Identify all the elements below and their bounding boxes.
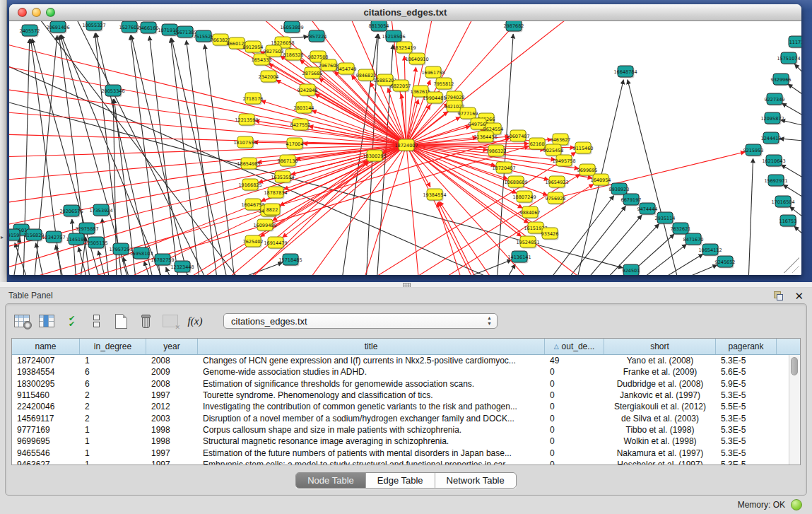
graph-node[interactable]: 18325419 <box>392 42 416 54</box>
graph-node[interactable]: 15218506 <box>382 30 405 43</box>
graph-node[interactable]: 16053809 <box>280 21 303 34</box>
table-row[interactable]: 1872400712008Changes of HCN gene express… <box>12 355 800 366</box>
delete-column-button[interactable] <box>136 312 155 330</box>
graph-node[interactable]: 8427552 <box>290 119 311 132</box>
graph-node[interactable]: 18787834 <box>264 187 287 199</box>
collapsed-panel-strip[interactable]: ▸ <box>0 0 7 282</box>
graph-node[interactable]: 2935114 <box>655 212 676 225</box>
table-row[interactable]: 1830029562008Estimation of significance … <box>12 378 800 390</box>
graph-edge[interactable] <box>364 152 576 275</box>
graph-edge[interactable] <box>9 65 406 145</box>
graph-node[interactable]: 7625402 <box>243 235 264 248</box>
table-row[interactable]: 2242004622012Investigating the contribut… <box>12 401 800 412</box>
graph-node[interactable]: 10688609 <box>504 176 527 189</box>
graph-edge[interactable] <box>172 38 228 275</box>
graph-node[interactable]: 9227349 <box>765 93 785 106</box>
graph-node[interactable]: 19166825 <box>238 179 261 192</box>
graph-node[interactable]: 924501 <box>623 264 640 275</box>
graph-node[interactable]: 1527602 <box>119 21 140 34</box>
graph-node[interactable]: 8186328 <box>283 49 304 62</box>
table-options-button[interactable] <box>13 312 31 330</box>
graph-edge[interactable] <box>187 274 193 275</box>
column-header-year[interactable]: year <box>146 339 198 354</box>
float-panel-icon[interactable] <box>774 291 783 300</box>
graph-node[interactable]: 417004 <box>286 138 304 151</box>
graph-node[interactable]: 8215953 <box>743 144 764 157</box>
graph-edge[interactable] <box>779 139 801 141</box>
graph-node[interactable]: 15751074 <box>777 52 800 65</box>
graph-node[interactable]: 12213599 <box>235 114 258 127</box>
graph-node[interactable]: 16210643 <box>762 155 785 168</box>
graph-node[interactable]: 9867130 <box>278 155 298 168</box>
graph-node[interactable]: 17353924 <box>89 204 112 217</box>
graph-node[interactable]: 116753 <box>779 215 797 228</box>
graph-edge[interactable] <box>9 134 406 145</box>
scrollbar-thumb[interactable] <box>791 357 798 375</box>
graph-node[interactable]: 15692971 <box>764 175 787 187</box>
graph-edge[interactable] <box>9 42 406 145</box>
vertical-scrollbar[interactable] <box>789 355 800 465</box>
graph-node[interactable]: 10607487 <box>506 130 529 143</box>
column-header-pagerank[interactable]: pagerank <box>716 339 777 354</box>
graph-node[interactable]: 9115460 <box>573 142 594 155</box>
network-window-titlebar[interactable]: citations_edges.txt <box>9 4 801 21</box>
graph-node[interactable]: 9329966 <box>771 74 792 86</box>
graph-node[interactable]: 8454749 <box>336 63 357 76</box>
graph-node[interactable]: 2987682 <box>504 21 524 33</box>
table-row[interactable]: 969969511998Structural magnetic resonanc… <box>12 436 800 447</box>
graph-node[interactable]: 1156829 <box>24 229 45 242</box>
network-canvas[interactable]: 2405572206914061005532715276028466160107… <box>9 21 801 275</box>
graph-edge[interactable] <box>748 158 753 275</box>
graph-node[interactable]: 18640910 <box>405 53 428 66</box>
graph-node[interactable]: 2405572 <box>20 25 40 37</box>
graph-node[interactable]: 7986322 <box>486 145 507 158</box>
graph-node[interactable]: 16914479 <box>264 237 287 250</box>
graph-node[interactable]: 1145194 <box>66 233 87 246</box>
graph-node[interactable]: 1640954 <box>591 174 611 187</box>
graph-node[interactable]: 17016504 <box>771 196 794 209</box>
column-header-name[interactable]: name <box>12 339 80 354</box>
graph-edge[interactable] <box>9 145 406 157</box>
table-row[interactable]: 1938455462009Genome-wide association stu… <box>12 366 800 378</box>
show-columns-button[interactable] <box>37 312 56 330</box>
graph-node[interactable]: 39159 <box>9 229 21 242</box>
new-column-button[interactable] <box>112 312 130 330</box>
table-row[interactable]: 977716911998Corpus callosum shape and si… <box>12 424 800 436</box>
graph-node[interactable]: 20053346 <box>101 85 124 98</box>
graph-node[interactable]: 10055327 <box>82 21 105 32</box>
graph-node[interactable]: 9245652 <box>715 256 736 269</box>
graph-node[interactable]: 9474444 <box>637 203 658 216</box>
graph-node[interactable]: 16353554 <box>271 171 294 184</box>
table-row[interactable]: 946554611997Estimation of the future num… <box>12 447 800 458</box>
graph-edge[interactable] <box>794 226 801 242</box>
tab-node-table[interactable]: Node Table <box>296 473 366 488</box>
graph-node[interactable]: 15718485 <box>278 254 302 267</box>
graph-node[interactable]: 7857224 <box>307 30 327 43</box>
graph-node[interactable]: 19384554 <box>423 189 446 201</box>
column-header-short[interactable]: short <box>604 339 716 354</box>
split-view-button[interactable] <box>87 312 105 330</box>
function-builder-button[interactable]: f(x) <box>186 312 204 330</box>
graph-node[interactable]: 6679197 <box>621 194 642 206</box>
graph-edge[interactable] <box>144 261 152 275</box>
graph-edge[interactable] <box>363 145 406 275</box>
table-row[interactable]: 911546021997Tourette syndrome. Phenomeno… <box>12 390 800 401</box>
graph-edge[interactable] <box>635 244 687 275</box>
graph-edge[interactable] <box>170 38 200 275</box>
graph-edge[interactable] <box>131 35 189 275</box>
splitter-handle-icon[interactable] <box>403 283 411 287</box>
graph-edge[interactable] <box>504 264 515 275</box>
graph-node[interactable]: 16961758 <box>421 66 445 79</box>
table-row[interactable]: 1456911722003Disruption of a novel membe… <box>12 412 800 424</box>
graph-node[interactable]: 12323448 <box>170 261 194 274</box>
graph-node[interactable]: 11172 <box>789 36 801 49</box>
graph-edge[interactable] <box>628 80 679 275</box>
graph-edge[interactable] <box>312 110 406 145</box>
graph-edge[interactable] <box>782 103 801 120</box>
graph-node[interactable]: 2803144 <box>294 102 314 115</box>
graph-edge[interactable] <box>794 64 801 81</box>
graph-node[interactable]: 9884067 <box>520 206 541 219</box>
graph-node[interactable]: 19524851 <box>516 236 539 249</box>
graph-edge[interactable] <box>36 243 45 275</box>
tab-network-table[interactable]: Network Table <box>435 473 516 488</box>
